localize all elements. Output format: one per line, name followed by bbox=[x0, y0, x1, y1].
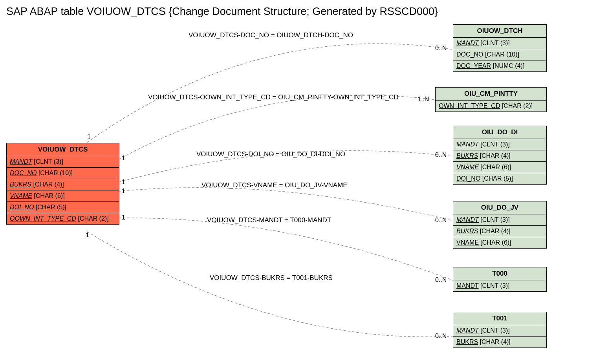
entity-row: DOC_YEAR [NUMC (4)] bbox=[453, 60, 546, 71]
entity-row: DOC_NO [CHAR (10)] bbox=[453, 49, 546, 60]
entity-row: MANDT [CLNT (3)] bbox=[453, 325, 546, 337]
entity-header: OIUOW_DTCH bbox=[453, 25, 546, 38]
entity-oiuow-dtch: OIUOW_DTCH MANDT [CLNT (3)] DOC_NO [CHAR… bbox=[453, 24, 547, 72]
relation-label: VOIUOW_DTCS-DOC_NO = OIUOW_DTCH-DOC_NO bbox=[189, 31, 353, 39]
cardinality-right: 0..N bbox=[435, 45, 447, 52]
entity-main: VOIUOW_DTCS MANDT [CLNT (3)] DOC_NO [CHA… bbox=[6, 143, 119, 225]
entity-header: OIU_DO_DI bbox=[453, 126, 546, 139]
page-title: SAP ABAP table VOIUOW_DTCS {Change Docum… bbox=[6, 5, 438, 18]
entity-row: VNAME [CHAR (6)] bbox=[453, 237, 546, 248]
cardinality-left: 1 bbox=[87, 134, 91, 141]
entity-row: DOI_NO [CHAR (5)] bbox=[453, 173, 546, 184]
entity-row: BUKRS [CHAR (4)] bbox=[453, 337, 546, 348]
cardinality-right: 0..N bbox=[435, 276, 447, 284]
relation-label: VOIUOW_DTCS-VNAME = OIU_DO_JV-VNAME bbox=[201, 181, 348, 189]
entity-header: OIU_DO_JV bbox=[453, 201, 546, 214]
entity-row: MANDT [CLNT (3)] bbox=[453, 139, 546, 150]
relation-label: VOIUOW_DTCS-DOI_NO = OIU_DO_DI-DOI_NO bbox=[196, 150, 345, 158]
entity-row: BUKRS [CHAR (4)] bbox=[453, 150, 546, 162]
entity-t000: T000 MANDT [CLNT (3)] bbox=[453, 267, 547, 292]
entity-row: BUKRS [CHAR (4)] bbox=[7, 179, 119, 190]
cardinality-left: 1 bbox=[122, 155, 125, 162]
relation-label: VOIUOW_DTCS-BUKRS = T001-BUKRS bbox=[210, 274, 333, 282]
entity-row: MANDT [CLNT (3)] bbox=[453, 38, 546, 49]
entity-row: MANDT [CLNT (3)] bbox=[453, 214, 546, 226]
entity-t001: T001 MANDT [CLNT (3)] BUKRS [CHAR (4)] bbox=[453, 312, 547, 348]
entity-row: DOI_NO [CHAR (5)] bbox=[7, 202, 119, 213]
entity-header: OIU_CM_PINTTY bbox=[436, 88, 546, 101]
cardinality-left: 1 bbox=[122, 188, 125, 195]
entity-row: MANDT [CLNT (3)] bbox=[453, 280, 546, 291]
entity-row: OWN_INT_TYPE_CD [CHAR (2)] bbox=[436, 101, 546, 112]
entity-row: MANDT [CLNT (3)] bbox=[7, 156, 119, 168]
entity-oiu-cm-pintty: OIU_CM_PINTTY OWN_INT_TYPE_CD [CHAR (2)] bbox=[435, 87, 547, 112]
cardinality-left: 1 bbox=[122, 214, 125, 221]
entity-oiu-do-jv: OIU_DO_JV MANDT [CLNT (3)] BUKRS [CHAR (… bbox=[453, 201, 547, 249]
entity-row: VNAME [CHAR (6)] bbox=[7, 190, 119, 202]
cardinality-right: 1..N bbox=[418, 96, 429, 103]
relation-label: VOIUOW_DTCS-MANDT = T000-MANDT bbox=[207, 216, 331, 224]
entity-main-header: VOIUOW_DTCS bbox=[7, 143, 119, 156]
entity-row: DOC_NO [CHAR (10)] bbox=[7, 168, 119, 179]
cardinality-left: 1 bbox=[122, 179, 125, 186]
cardinality-right: 0..N bbox=[435, 217, 447, 224]
entity-row: VNAME [CHAR (6)] bbox=[453, 162, 546, 173]
entity-header: T001 bbox=[453, 312, 546, 325]
entity-oiu-do-di: OIU_DO_DI MANDT [CLNT (3)] BUKRS [CHAR (… bbox=[453, 126, 547, 185]
relation-label: VOIUOW_DTCS-OOWN_INT_TYPE_CD = OIU_CM_PI… bbox=[148, 93, 398, 101]
entity-row: BUKRS [CHAR (4)] bbox=[453, 226, 546, 237]
cardinality-left: 1 bbox=[86, 232, 89, 239]
cardinality-right: 0..N bbox=[435, 152, 447, 159]
entity-row: OOWN_INT_TYPE_CD [CHAR (2)] bbox=[7, 213, 119, 224]
entity-header: T000 bbox=[453, 267, 546, 280]
cardinality-right: 0..N bbox=[435, 333, 447, 340]
